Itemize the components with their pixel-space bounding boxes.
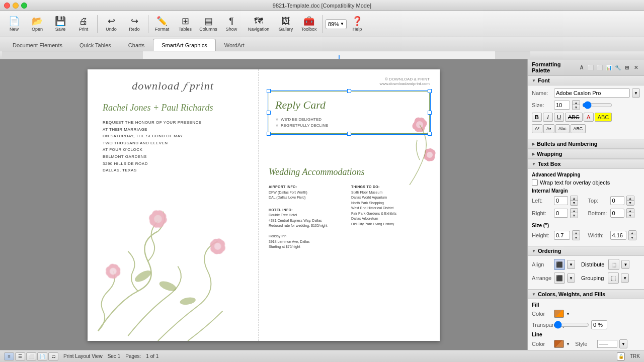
palette-icon-6[interactable]: ⊞ (623, 63, 631, 71)
font-name-input[interactable] (554, 88, 630, 98)
left-margin-down[interactable]: ▼ (571, 201, 578, 205)
arrange-dropdown[interactable]: ▼ (567, 274, 575, 283)
toolbox-button[interactable]: 🧰 Toolbox (298, 13, 320, 36)
handle-bl[interactable] (267, 132, 271, 136)
smallcaps-button[interactable]: Abc (555, 124, 570, 133)
height-down[interactable]: ▼ (573, 235, 580, 240)
grouping-dropdown[interactable]: ▼ (621, 274, 629, 283)
gallery-button[interactable]: 🖼 Gallery (275, 13, 297, 36)
font-size-stepper[interactable]: ▲ ▼ (572, 100, 580, 110)
bottom-margin-input[interactable] (610, 209, 624, 218)
superscript-button[interactable]: A² (532, 124, 542, 133)
font-size-down[interactable]: ▼ (573, 105, 580, 110)
color-button[interactable]: A (584, 113, 594, 122)
allcaps-button[interactable]: ABC (571, 124, 586, 133)
columns-button[interactable]: ▤ Columns (197, 13, 219, 36)
italic-button[interactable]: I (543, 113, 553, 122)
subscript-button[interactable]: A₂ (543, 124, 554, 133)
highlight-button[interactable]: ABC (595, 113, 612, 122)
reply-card-container[interactable]: Reply Card ⚜ WE'D BE DELIGHTED ⚜ REGRETF… (269, 91, 430, 134)
line-color-swatch[interactable] (554, 340, 564, 348)
style-dropdown[interactable]: ▼ (619, 339, 627, 348)
underline-button[interactable]: U (554, 113, 564, 122)
handle-ml[interactable] (267, 111, 271, 115)
tab-charts[interactable]: Charts (120, 39, 153, 51)
redo-button[interactable]: ↪ Redo (123, 13, 145, 36)
tab-wordart[interactable]: WordArt (216, 39, 253, 51)
handle-mr[interactable] (428, 111, 432, 115)
left-margin-up[interactable]: ▲ (571, 196, 578, 201)
font-name-dropdown[interactable]: ▼ (632, 88, 640, 98)
fill-color-swatch[interactable] (554, 310, 564, 318)
palette-icon-2[interactable]: ⬜ (587, 63, 595, 71)
right-margin-stepper[interactable]: ▲ ▼ (570, 208, 578, 218)
view-btn-5[interactable]: 🗂 (48, 352, 58, 360)
width-input[interactable] (610, 231, 626, 240)
handle-br[interactable] (428, 132, 432, 136)
zoom-control[interactable]: 89% ▼ (326, 19, 347, 29)
right-margin-up[interactable]: ▲ (571, 209, 578, 213)
font-section-header[interactable]: ▼ Font (528, 76, 644, 85)
tables-button[interactable]: ⊞ Tables (174, 13, 196, 36)
ordering-section-header[interactable]: ▼ Ordering (528, 246, 644, 256)
top-margin-up[interactable]: ▲ (627, 196, 634, 201)
top-margin-input[interactable] (610, 196, 624, 205)
line-color-arrow[interactable]: ▼ (566, 342, 570, 346)
bullets-section-header[interactable]: ▶ Bullets and Numbering (528, 139, 644, 149)
undo-button[interactable]: ↩ Undo (100, 13, 122, 36)
bottom-margin-down[interactable]: ▼ (627, 213, 634, 218)
height-up[interactable]: ▲ (573, 231, 580, 235)
left-margin-input[interactable] (554, 196, 568, 205)
font-size-input[interactable] (554, 101, 570, 110)
align-dropdown[interactable]: ▼ (567, 260, 575, 269)
style-selector[interactable]: —— (597, 340, 617, 348)
palette-icon-5[interactable]: 🔧 (614, 63, 622, 71)
palette-icon-3[interactable]: ⬜ (596, 63, 604, 71)
font-size-up[interactable]: ▲ (573, 101, 580, 105)
palette-close[interactable]: ✕ (632, 63, 640, 71)
tab-document-elements[interactable]: Document Elements (4, 39, 71, 51)
show-button[interactable]: ¶ Show (220, 13, 243, 36)
print-button[interactable]: 🖨 Print (72, 13, 95, 36)
colors-section-header[interactable]: ▼ Colors, Weights, and Fills (528, 290, 644, 299)
zoom-dropdown-icon[interactable]: ▼ (340, 22, 344, 26)
palette-icon-1[interactable]: A (578, 63, 586, 71)
grouping-button[interactable]: ⬚ (608, 273, 619, 284)
view-btn-2[interactable]: ☰ (15, 352, 25, 360)
tab-smartart-graphics[interactable]: SmartArt Graphics (153, 39, 215, 51)
handle-tm[interactable] (347, 89, 351, 93)
height-stepper[interactable]: ▲ ▼ (572, 230, 580, 240)
tab-quick-tables[interactable]: Quick Tables (71, 39, 120, 51)
font-size-slider[interactable] (582, 102, 612, 108)
handle-tr[interactable] (428, 89, 432, 93)
new-button[interactable]: 📄 New (3, 13, 25, 36)
transparency-slider[interactable] (554, 322, 589, 328)
format-button[interactable]: ✏️ Format (151, 13, 173, 36)
view-btn-1[interactable]: ≡ (4, 352, 14, 360)
height-input[interactable] (554, 231, 570, 240)
close-button[interactable] (4, 3, 10, 9)
fill-color-arrow[interactable]: ▼ (566, 312, 570, 316)
width-down[interactable]: ▼ (629, 235, 636, 240)
top-margin-stepper[interactable]: ▲ ▼ (626, 196, 634, 206)
arrange-button[interactable]: ⬛ (554, 273, 565, 284)
top-margin-down[interactable]: ▼ (627, 201, 634, 205)
minimize-button[interactable] (13, 3, 19, 9)
transparency-input[interactable] (591, 320, 607, 329)
right-margin-input[interactable] (554, 209, 568, 218)
right-margin-down[interactable]: ▼ (571, 213, 578, 218)
strikethrough-button[interactable]: ABC (565, 113, 583, 122)
distribute-dropdown[interactable]: ▼ (621, 260, 629, 269)
help-button[interactable]: ❓ Help (350, 13, 365, 36)
view-btn-3[interactable]: ⬜ (26, 352, 36, 360)
handle-bm[interactable] (347, 132, 351, 136)
distribute-button[interactable]: ⬚ (608, 259, 619, 270)
handle-tl[interactable] (267, 89, 271, 93)
bottom-margin-stepper[interactable]: ▲ ▼ (626, 208, 634, 218)
open-button[interactable]: 📂 Open (26, 13, 48, 36)
palette-icon-4[interactable]: 📊 (605, 63, 613, 71)
left-margin-stepper[interactable]: ▲ ▼ (570, 196, 578, 206)
bold-button[interactable]: B (532, 113, 542, 122)
align-left-button[interactable]: ⬛ (554, 259, 565, 270)
navigation-button[interactable]: 🗺 Navigation (244, 13, 274, 36)
